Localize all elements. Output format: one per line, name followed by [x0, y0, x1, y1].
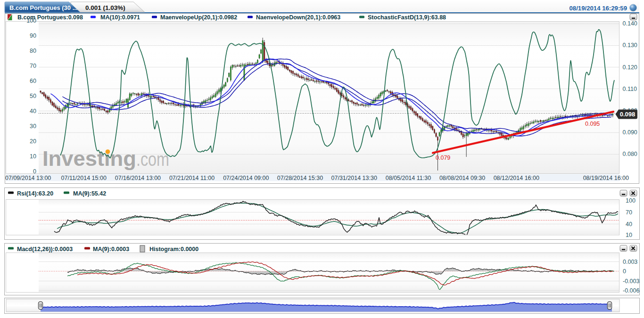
svg-text:0: 0: [33, 168, 36, 175]
svg-text:MA(10):0.0971: MA(10):0.0971: [100, 14, 140, 21]
svg-text:0.130: 0.130: [623, 42, 637, 49]
svg-text:-0.006: -0.006: [623, 287, 639, 294]
svg-text:08/19/2014 16:00: 08/19/2014 16:00: [583, 175, 629, 181]
svg-text:0.080: 0.080: [623, 151, 637, 157]
svg-text:07/31/2014 13:30: 07/31/2014 13:30: [331, 175, 377, 181]
svg-text:0.098: 0.098: [620, 111, 636, 118]
svg-text:0.079: 0.079: [436, 155, 450, 161]
svg-text:80: 80: [30, 48, 36, 54]
svg-text:07/16/2014 13:00: 07/16/2014 13:00: [115, 175, 161, 181]
svg-text:100: 100: [626, 197, 636, 204]
svg-text:0.120: 0.120: [623, 64, 637, 71]
svg-text:MA(9):0.0003: MA(9):0.0003: [93, 246, 129, 253]
svg-text:70: 70: [626, 209, 632, 216]
svg-text:-0.003: -0.003: [623, 278, 639, 285]
svg-text:08/12/2014 16:00: 08/12/2014 16:00: [494, 175, 539, 181]
svg-text:0.001 (1.03%): 0.001 (1.03%): [85, 4, 125, 11]
svg-text:07/21/2014 11:00: 07/21/2014 11:00: [169, 175, 215, 181]
svg-text:MaenvelopeUp(20,1):0.0982: MaenvelopeUp(20,1):0.0982: [160, 14, 237, 21]
svg-text:Histogram:0.0000: Histogram:0.0000: [149, 246, 198, 253]
svg-text:0.140: 0.140: [623, 20, 637, 27]
svg-text:30: 30: [30, 123, 36, 130]
svg-text:60: 60: [30, 78, 36, 84]
svg-text:StochasticFastD(13,9):63.88: StochasticFastD(13,9):63.88: [368, 14, 446, 21]
svg-text:MA(9):55.42: MA(9):55.42: [73, 190, 106, 197]
svg-text:10: 10: [626, 232, 632, 238]
svg-text:.com: .com: [136, 149, 169, 170]
svg-text:70: 70: [30, 63, 36, 69]
svg-text:Macd(12,26)):0.0003: Macd(12,26)):0.0003: [17, 246, 73, 253]
svg-text:0.095: 0.095: [585, 121, 600, 127]
svg-text:10: 10: [30, 153, 36, 160]
svg-text:B.com Portugues (30 ...: B.com Portugues (30 ...: [9, 4, 77, 11]
svg-text:NaenvelopeDown(20,1):0.0963: NaenvelopeDown(20,1):0.0963: [256, 14, 340, 21]
svg-text:40: 40: [30, 108, 36, 114]
svg-text:08/05/2014 11:30: 08/05/2014 11:30: [386, 175, 431, 181]
svg-text:0.090: 0.090: [623, 129, 637, 136]
svg-text:07/11/2014 15:00: 07/11/2014 15:00: [61, 175, 107, 181]
svg-text:0.110: 0.110: [623, 86, 637, 92]
svg-text:08/08/2014 09:30: 08/08/2014 09:30: [439, 175, 485, 181]
svg-text:20: 20: [30, 138, 36, 145]
svg-text:Rsi(14):63.20: Rsi(14):63.20: [17, 190, 53, 197]
svg-text:07/09/2014 13:00: 07/09/2014 13:00: [5, 175, 51, 181]
svg-text:Investing: Investing: [42, 147, 136, 171]
svg-text:08/19/2014 16:29:59: 08/19/2014 16:29:59: [570, 5, 627, 12]
svg-text:B.com Portugues:0.098: B.com Portugues:0.098: [17, 14, 83, 21]
svg-text:07/24/2014 09:00: 07/24/2014 09:00: [223, 175, 269, 181]
svg-text:07/28/2014 15:30: 07/28/2014 15:30: [277, 175, 323, 181]
svg-text:0: 0: [623, 268, 626, 275]
svg-text:0.003: 0.003: [623, 259, 637, 265]
svg-text:40: 40: [626, 221, 632, 228]
svg-text:50: 50: [30, 93, 36, 99]
svg-text:90: 90: [30, 33, 36, 39]
